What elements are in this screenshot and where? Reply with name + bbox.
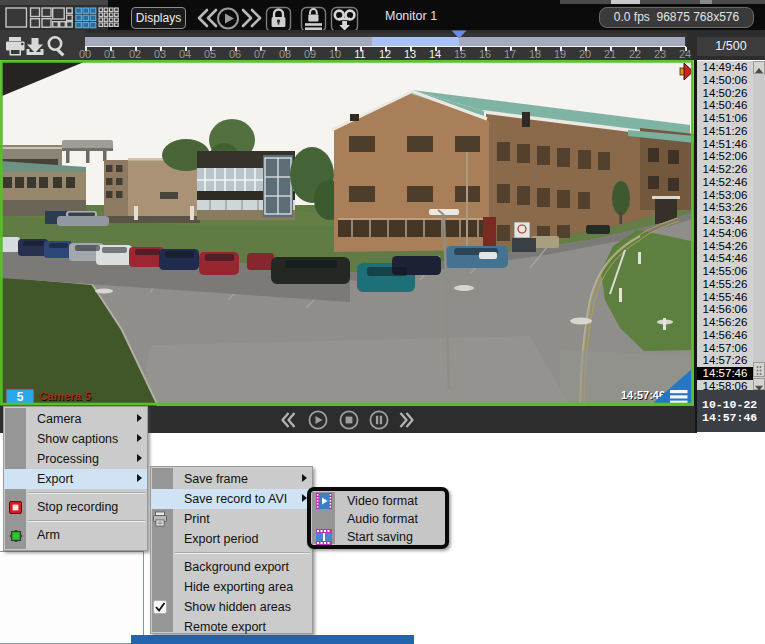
svg-text:5: 5	[17, 390, 24, 404]
svg-text:Camera 5: Camera 5	[39, 390, 91, 402]
